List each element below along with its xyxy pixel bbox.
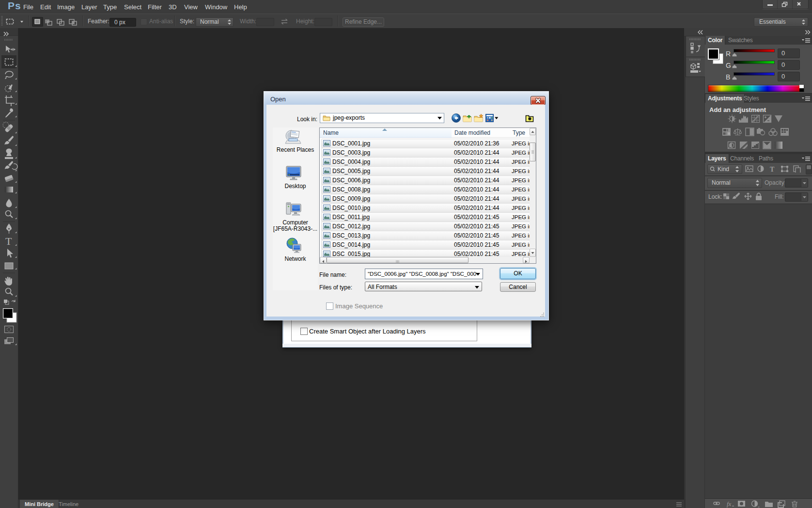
svg-text:fx: fx (727, 500, 732, 508)
svg-text:T: T (770, 166, 775, 173)
svg-text:Kind: Kind (718, 166, 729, 173)
svg-text:T: T (5, 235, 12, 247)
